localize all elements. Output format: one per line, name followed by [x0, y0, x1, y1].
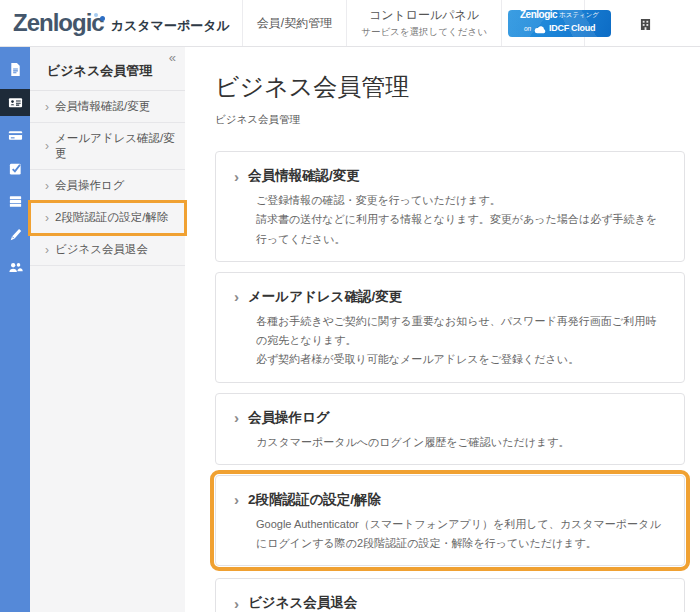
card-description-line: ご登録情報の確認・変更を行っていただけます。 — [256, 191, 666, 210]
card[interactable]: ›2段階認証の設定/解除Google Authenticator（スマートフォン… — [215, 475, 685, 567]
nav-item-label: 会員/契約管理 — [257, 15, 332, 32]
nav-item[interactable]: 会員/契約管理 — [242, 0, 346, 46]
sidebar-item-label: メールアドレス確認/変更 — [55, 131, 179, 161]
card-list: ›会員情報確認/変更ご登録情報の確認・変更を行っていただけます。請求書の送付など… — [215, 151, 685, 612]
card[interactable]: ›会員操作ログカスタマーポータルへのログイン履歴をご確認いただけます。 — [215, 393, 685, 465]
users-icon[interactable] — [0, 254, 30, 281]
sidebar-title: ビジネス会員管理 — [30, 47, 185, 91]
card-description-line: カスタマーポータルへのログイン履歴をご確認いただけます。 — [256, 433, 666, 452]
nav-item-label: コントロールパネル — [369, 7, 479, 24]
chevron-right-icon: › — [234, 288, 239, 305]
cloud-icon — [534, 20, 547, 37]
sidebar-menu: ›会員情報確認/変更›メールアドレス確認/変更›会員操作ログ›2段階認証の設定/… — [30, 91, 185, 266]
chevron-right-icon: › — [45, 179, 49, 193]
card-title: ビジネス会員退会 — [248, 594, 357, 612]
card-title: 会員情報確認/変更 — [248, 167, 360, 185]
badge-cloud-label: IDCF Cloud — [549, 24, 595, 34]
list-icon[interactable] — [0, 188, 30, 215]
credit-card-icon[interactable] — [0, 122, 30, 149]
nav-item[interactable]: コントロールパネルサービスを選択してください — [346, 0, 501, 46]
chevron-right-icon: › — [234, 491, 239, 508]
page-title: ビジネス会員管理 — [215, 71, 685, 103]
icon-rail — [0, 47, 30, 612]
logo-brand: Zenlogic — [13, 11, 104, 35]
card-description-line: 請求書の送付などに利用する情報となります。変更があった場合は必ず手続きを行ってく… — [256, 210, 666, 249]
chevron-right-icon: › — [45, 100, 49, 114]
badge-brand: Zenlogic — [520, 10, 557, 20]
chevron-right-icon: › — [234, 168, 239, 185]
card[interactable]: ›会員情報確認/変更ご登録情報の確認・変更を行っていただけます。請求書の送付など… — [215, 151, 685, 262]
card-description-line: Google Authenticator（スマートフォンアプリ）を利用して、カス… — [256, 515, 666, 554]
logo[interactable]: Zenlogic カスタマーポータル — [0, 0, 230, 46]
card[interactable]: ›メールアドレス確認/変更各種お手続きやご契約に関する重要なお知らせ、パスワード… — [215, 272, 685, 383]
card-title: 会員操作ログ — [248, 409, 330, 427]
header: Zenlogic カスタマーポータル 会員/契約管理コントロールパネルサービスを… — [0, 0, 700, 47]
chevron-right-icon: › — [234, 595, 239, 612]
card-description-line: 各種お手続きやご契約に関する重要なお知らせ、パスワード再発行画面ご利用時の宛先と… — [256, 312, 666, 351]
sidebar-item[interactable]: ›会員情報確認/変更 — [30, 91, 185, 123]
nav-item-sublabel: サービスを選択してください — [361, 26, 487, 39]
sidebar-item[interactable]: ›ビジネス会員退会 — [30, 234, 185, 266]
id-card-icon[interactable] — [0, 89, 30, 116]
logo-dot-icon — [94, 13, 98, 17]
chevron-right-icon: › — [45, 243, 49, 257]
collapse-sidebar-icon[interactable]: « — [169, 50, 176, 65]
card[interactable]: ›ビジネス会員退会サービスの解約後、不要になったビジネス会員情報の削除を行ってい… — [215, 578, 685, 612]
pen-icon[interactable] — [0, 221, 30, 248]
sidebar-item[interactable]: ›2段階認証の設定/解除 — [30, 202, 185, 234]
chevron-right-icon: › — [45, 139, 49, 153]
badge-suffix: ホスティング — [559, 11, 599, 18]
sidebar-item[interactable]: ›メールアドレス確認/変更 — [30, 123, 185, 170]
card-title: 2段階認証の設定/解除 — [248, 491, 381, 509]
chevron-right-icon: › — [45, 211, 49, 225]
checkbox-icon[interactable] — [0, 155, 30, 182]
chevron-right-icon: › — [234, 409, 239, 426]
sidebar: « ビジネス会員管理 ›会員情報確認/変更›メールアドレス確認/変更›会員操作ロ… — [30, 47, 185, 612]
document-icon[interactable] — [0, 56, 30, 83]
logo-dot-icon — [100, 16, 105, 21]
sidebar-item[interactable]: ›会員操作ログ — [30, 170, 185, 202]
sidebar-item-label: 2段階認証の設定/解除 — [55, 210, 168, 225]
breadcrumb: ビジネス会員管理 — [215, 113, 685, 127]
sidebar-item-label: ビジネス会員退会 — [55, 242, 148, 257]
building-icon — [640, 17, 651, 35]
sidebar-item-label: 会員操作ログ — [55, 178, 125, 193]
card-description-line: 必ず契約者様が受取り可能なメールアドレスをご登録ください。 — [256, 350, 666, 369]
sidebar-item-label: 会員情報確認/変更 — [55, 99, 150, 114]
badge-on-label: on — [524, 25, 531, 32]
card-title: メールアドレス確認/変更 — [248, 288, 402, 306]
zenlogic-hosting-badge[interactable]: Zenlogic ホスティング on IDCF Cloud — [508, 10, 611, 37]
logo-suffix: カスタマーポータル — [111, 17, 230, 35]
main-content: ビジネス会員管理 ビジネス会員管理 ›会員情報確認/変更ご登録情報の確認・変更を… — [185, 47, 700, 612]
